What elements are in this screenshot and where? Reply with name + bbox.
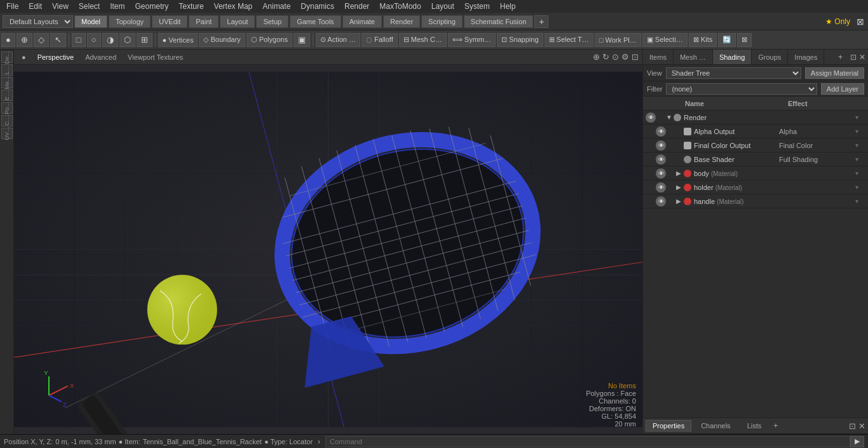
tab-model[interactable]: Model — [74, 15, 107, 28]
poly2-btn[interactable]: ▣ — [294, 33, 310, 47]
viewport-perspective[interactable]: Perspective — [34, 53, 78, 61]
menu-system[interactable]: System — [461, 2, 494, 11]
selecti-btn[interactable]: ▣ Selecti… — [642, 33, 688, 47]
panel-tab-images[interactable]: Images — [788, 50, 824, 64]
select-t-btn[interactable]: ⊞ Select T… — [545, 33, 593, 47]
viewport-canvas[interactable]: X Y Z No Items Polygons : Face Channels:… — [14, 65, 642, 434]
tree-eye-holder[interactable]: 👁 — [656, 182, 666, 193]
mesh-btn[interactable]: ⊟ Mesh C… — [399, 33, 447, 47]
tree-arrow-final-color[interactable]: ▾ — [855, 142, 865, 149]
tree-arrow-holder[interactable]: ▾ — [855, 184, 865, 191]
tree-item-base-shader[interactable]: 👁 Base Shader Full Shading ▾ — [643, 153, 868, 166]
shader-tree-dropdown[interactable]: Shader Tree — [666, 67, 801, 79]
tree-eye-final-color[interactable]: 👁 — [656, 140, 666, 151]
menu-edit[interactable]: Edit — [25, 2, 46, 11]
star-only-btn[interactable]: ★ Only — [823, 17, 853, 26]
snapping-btn[interactable]: ⊡ Snapping — [497, 33, 543, 47]
select-circle-btn[interactable]: ○ — [87, 33, 101, 47]
panel-expand-icon[interactable]: ⊡ — [850, 53, 857, 62]
layout-expand-btn[interactable]: ⊠ — [855, 17, 865, 27]
tree-item-alpha[interactable]: 👁 Alpha Output Alpha ▾ — [643, 125, 868, 139]
viewport[interactable]: ● Perspective Advanced Viewport Textures… — [14, 50, 642, 434]
menu-render[interactable]: Render — [341, 2, 373, 11]
tab-layout[interactable]: Layout — [220, 15, 255, 28]
bottom-tab-properties[interactable]: Properties — [646, 420, 691, 431]
symm-btn[interactable]: ⟺ Symm… — [448, 33, 496, 47]
panel-tab-plus[interactable]: + — [833, 51, 848, 63]
dot-btn[interactable]: ● — [1, 33, 15, 47]
grid-btn[interactable]: ⊕ — [17, 33, 32, 47]
tree-arrow-render[interactable]: ▾ — [855, 114, 865, 121]
tree-item-final-color[interactable]: 👁 Final Color Output Final Color ▾ — [643, 139, 868, 153]
vertices-btn[interactable]: ● Vertices — [158, 33, 198, 47]
panel-tab-items[interactable]: Items — [643, 50, 674, 64]
hex-btn[interactable]: ⬡ — [119, 33, 135, 47]
menu-help[interactable]: Help — [496, 2, 520, 11]
grid2-btn[interactable]: ⊞ — [137, 33, 153, 47]
tab-setup[interactable]: Setup — [256, 15, 288, 28]
action-btn[interactable]: ⊙ Action … — [316, 33, 360, 47]
tab-scripting[interactable]: Scripting — [421, 15, 463, 28]
viewport-icon-expand[interactable]: ⊡ — [632, 52, 639, 62]
layout-dropdown[interactable]: Default Layouts — [3, 15, 73, 28]
bottom-settings-icon[interactable]: ✕ — [858, 421, 865, 431]
falloff-btn[interactable]: ◌ Falloff — [362, 33, 398, 47]
tree-arrow-handle[interactable]: ▾ — [855, 198, 865, 205]
tree-eye-handle[interactable]: 👁 — [656, 196, 666, 207]
tree-eye-base-shader[interactable]: 👁 — [656, 154, 666, 165]
viewport-icon-move[interactable]: ⊕ — [593, 52, 600, 62]
menu-texture[interactable]: Texture — [175, 2, 207, 11]
sidebar-btn-me[interactable]: Me… — [1, 77, 13, 88]
polygons-btn[interactable]: ⬡ Polygons — [247, 33, 292, 47]
tree-expand-body[interactable]: ▶ — [676, 170, 684, 177]
viewport-advanced[interactable]: Advanced — [81, 53, 120, 61]
rotate-view-btn[interactable]: 🔄 — [718, 33, 736, 47]
tree-item-render[interactable]: 👁 ▼ Render ▾ — [643, 111, 868, 125]
panel-tab-groups[interactable]: Groups — [752, 50, 788, 64]
menu-animate[interactable]: Animate — [259, 2, 294, 11]
tab-uvedit[interactable]: UVEdit — [152, 15, 187, 28]
command-run-btn[interactable]: ▶ — [850, 436, 864, 447]
kits-btn[interactable]: ⊠ Kits — [689, 33, 717, 47]
sidebar-btn-po[interactable]: Po… — [1, 102, 13, 114]
tree-item-holder[interactable]: 👁 ▶ holder (Material) ▾ — [643, 180, 868, 194]
bottom-tab-channels[interactable]: Channels — [694, 420, 737, 431]
panel-settings-icon[interactable]: ✕ — [859, 53, 865, 62]
menu-file[interactable]: File — [3, 2, 22, 11]
boundary-btn[interactable]: ◇ Boundary — [199, 33, 245, 47]
tab-paint[interactable]: Paint — [189, 15, 219, 28]
layout-tab-plus[interactable]: + — [534, 15, 548, 28]
tree-item-body[interactable]: 👁 ▶ body (Material) ▾ — [643, 166, 868, 180]
tree-arrow-base-shader[interactable]: ▾ — [855, 156, 865, 163]
tab-render[interactable]: Render — [383, 15, 420, 28]
tree-arrow-body[interactable]: ▾ — [855, 170, 865, 177]
tree-expand-render[interactable]: ▼ — [666, 114, 674, 121]
viewport-dot[interactable]: ● — [18, 53, 30, 61]
menu-maxtomodo[interactable]: MaxToModo — [376, 2, 424, 11]
tree-expand-handle[interactable]: ▶ — [676, 198, 684, 205]
tab-animate[interactable]: Animate — [342, 15, 382, 28]
menu-dynamics[interactable]: Dynamics — [297, 2, 338, 11]
menu-select[interactable]: Select — [75, 2, 104, 11]
tab-topology[interactable]: Topology — [109, 15, 151, 28]
viewport-icon-rotate[interactable]: ↻ — [602, 52, 609, 62]
tab-game-tools[interactable]: Game Tools — [290, 15, 341, 28]
tree-eye-render[interactable]: 👁 — [646, 112, 656, 123]
arrow-btn[interactable]: ↖ — [50, 33, 66, 47]
panel-tab-mesh[interactable]: Mesh … — [674, 50, 713, 64]
tree-expand-holder[interactable]: ▶ — [676, 184, 684, 191]
sidebar-btn-uv[interactable]: UV… — [1, 128, 13, 139]
command-input[interactable] — [325, 436, 850, 447]
tree-arrow-alpha[interactable]: ▾ — [855, 128, 865, 135]
viewport-icon-settings[interactable]: ⚙ — [621, 52, 629, 62]
select-rect-btn[interactable]: □ — [72, 33, 86, 47]
expand2-btn[interactable]: ⊠ — [737, 33, 752, 47]
viewport-textures[interactable]: Viewport Textures — [124, 53, 187, 61]
status-arrow-btn[interactable]: › — [315, 437, 323, 446]
menu-geometry[interactable]: Geometry — [132, 2, 173, 11]
viewport-icon-zoom[interactable]: ⊙ — [612, 52, 619, 62]
filter-dropdown[interactable]: (none) — [666, 83, 817, 95]
sidebar-btn-e[interactable]: E… — [1, 90, 13, 101]
add-layer-btn[interactable]: Add Layer — [821, 83, 864, 95]
bottom-expand-icon[interactable]: ⊡ — [849, 421, 856, 431]
